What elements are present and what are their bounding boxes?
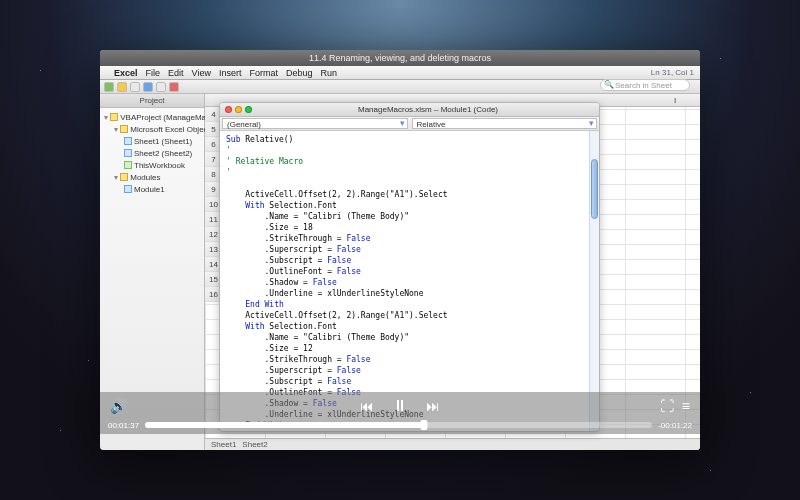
scrollbar[interactable] (589, 131, 599, 431)
object-dropdown[interactable]: (General) (222, 118, 408, 129)
toolbar-icon[interactable] (156, 82, 166, 92)
menu-edit[interactable]: Edit (168, 68, 184, 78)
tree-module1[interactable]: Module1 (102, 184, 202, 196)
search-input[interactable]: Search in Sheet (600, 79, 690, 91)
cursor-position: Ln 31, Col 1 (651, 68, 694, 77)
video-lesson-title: 11.4 Renaming, viewing, and deleting mac… (100, 50, 700, 66)
prev-track-button[interactable]: ⏮ (360, 398, 374, 414)
title-text: 11.4 Renaming, viewing, and deleting mac… (309, 53, 491, 63)
progress-bar[interactable] (145, 422, 652, 428)
toolbar-icon[interactable] (169, 82, 179, 92)
menu-format[interactable]: Format (249, 68, 278, 78)
tree-modules[interactable]: Modules (102, 172, 202, 184)
close-icon[interactable] (225, 106, 232, 113)
menu-debug[interactable]: Debug (286, 68, 313, 78)
toolbar-icon[interactable] (104, 82, 114, 92)
code-window: ManageMacros.xlsm – Module1 (Code) (Gene… (219, 102, 600, 432)
app-menu[interactable]: Excel (114, 68, 138, 78)
progress-track: 00:01:37 -00:01:22 (100, 418, 700, 434)
volume-icon[interactable]: 🔊 (110, 398, 127, 414)
fullscreen-button[interactable]: ⛶ (660, 398, 674, 414)
tree-label: ThisWorkbook (134, 161, 185, 170)
tree-thisworkbook[interactable]: ThisWorkbook (102, 160, 202, 172)
tree-label: Microsoft Excel Objects (130, 125, 214, 134)
procedure-dropdown[interactable]: Relative (412, 118, 598, 129)
toolbar: Search in Sheet (100, 80, 700, 94)
pause-button[interactable]: ⏸ (392, 397, 408, 415)
sheet-tab[interactable]: Sheet1 (211, 440, 236, 449)
app-window: 11.4 Renaming, viewing, and deleting mac… (100, 50, 700, 450)
sheet-tab[interactable]: Sheet2 (242, 440, 267, 449)
tree-sheet1[interactable]: Sheet1 (Sheet1) (102, 136, 202, 148)
time-remaining: -00:01:22 (658, 421, 692, 430)
project-panel-title: Project (100, 94, 204, 108)
toolbar-icon[interactable] (117, 82, 127, 92)
progress-knob[interactable] (421, 420, 428, 430)
video-player-overlay: 🔊 ⏮ ⏸ ⏭ ⛶ ≡ 00:01:37 -00:01:22 (100, 392, 700, 434)
code-text: Sub Relative() ' ' Relative Macro ' Acti… (226, 134, 587, 431)
code-window-title: ManageMacros.xlsm – Module1 (Code) (257, 105, 599, 114)
scrollbar-thumb[interactable] (591, 159, 598, 219)
progress-fill (145, 422, 424, 428)
menu-insert[interactable]: Insert (219, 68, 242, 78)
next-track-button[interactable]: ⏭ (426, 398, 440, 414)
sheet-tabs: Sheet1 Sheet2 (205, 438, 700, 450)
tree-label: Module1 (134, 185, 165, 194)
menu-run[interactable]: Run (320, 68, 337, 78)
zoom-icon[interactable] (245, 106, 252, 113)
minimize-icon[interactable] (235, 106, 242, 113)
code-window-titlebar: ManageMacros.xlsm – Module1 (Code) (220, 103, 599, 117)
tree-label: Sheet2 (Sheet2) (134, 149, 192, 158)
menu-icon[interactable]: ≡ (682, 398, 690, 414)
menu-file[interactable]: File (146, 68, 161, 78)
tree-vbaproject[interactable]: VBAProject (ManageMacros.xlsm) (102, 112, 202, 124)
code-dropdown-bar: (General) Relative (220, 117, 599, 131)
code-editor[interactable]: Sub Relative() ' ' Relative Macro ' Acti… (220, 131, 599, 431)
tree-excel-objects[interactable]: Microsoft Excel Objects (102, 124, 202, 136)
tree-label: Modules (130, 173, 160, 182)
tree-sheet2[interactable]: Sheet2 (Sheet2) (102, 148, 202, 160)
time-elapsed: 00:01:37 (108, 421, 139, 430)
col-header-I[interactable]: I (645, 94, 700, 107)
tree-label: Sheet1 (Sheet1) (134, 137, 192, 146)
menu-view[interactable]: View (192, 68, 211, 78)
toolbar-icon[interactable] (130, 82, 140, 92)
toolbar-icon[interactable] (143, 82, 153, 92)
